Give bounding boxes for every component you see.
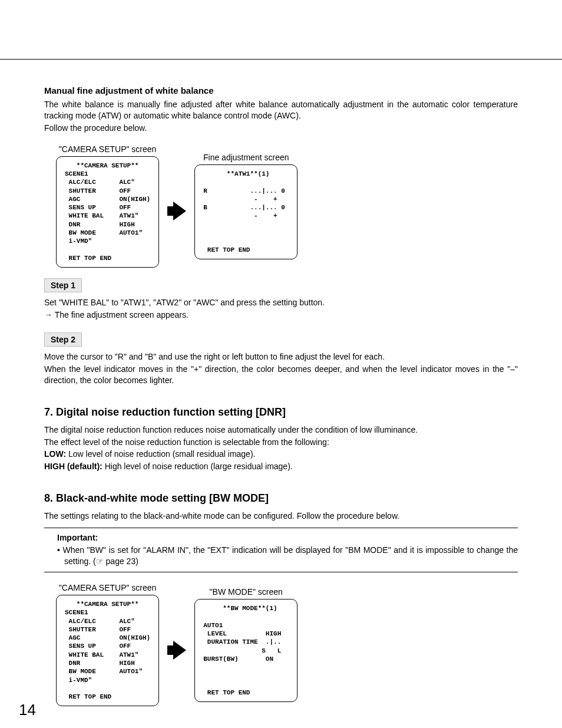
important-item: When "BW" is set for "ALARM IN", the "EX…: [57, 545, 518, 567]
dnr-low: LOW: Low level of noise reduction (small…: [44, 449, 518, 460]
bw-para1: The settings relating to the black-and-w…: [44, 510, 518, 522]
bw-screen2-caption: "BW MODE" screen: [210, 587, 283, 597]
bw-screens-row: "CAMERA SETUP" screen **CAMERA SETUP** S…: [56, 583, 518, 707]
page-number: 14: [19, 701, 36, 719]
wb-screen2: Fine adjustment screen **ATW1**(1) R ...…: [194, 153, 297, 259]
wb-screen2-caption: Fine adjustment screen: [203, 153, 289, 162]
step2-text1: Move the cursor to "R" and "B" and use t…: [44, 351, 518, 363]
arrow-icon: [167, 630, 186, 660]
bw-screen1-osd: **CAMERA SETUP** SCENE1 ALC/ELC ALC" SHU…: [56, 595, 159, 707]
important-label: Important:: [57, 533, 518, 542]
step1-text: Set "WHITE BAL" to "ATW1", "ATW2" or "AW…: [44, 297, 518, 308]
dnr-para2: The effect level of the noise reduction …: [44, 437, 518, 448]
important-box: Important: When "BW" is set for "ALARM I…: [44, 528, 518, 572]
wb-screen1: "CAMERA SETUP" screen **CAMERA SETUP** S…: [56, 144, 159, 268]
wb-para1: The white balance is manually fine adjus…: [44, 99, 518, 121]
wb-para2: Follow the procedure below.: [44, 123, 518, 134]
step2-text2: When the level indicator moves in the "+…: [44, 364, 518, 386]
arrow-icon: [167, 191, 186, 220]
wb-step2: Step 2 Move the cursor to "R" and "B" an…: [44, 332, 518, 386]
bw-screen2: "BW MODE" screen **BW MODE**(1) AUTO1 LE…: [194, 587, 297, 702]
step1-chip: Step 1: [44, 278, 82, 292]
dnr-para1: The digital noise reduction function red…: [44, 424, 518, 436]
wb-screen1-osd: **CAMERA SETUP** SCENE1 ALC/ELC ALC" SHU…: [56, 156, 159, 268]
dnr-high: HIGH (default): High level of noise redu…: [44, 461, 518, 472]
wb-screen2-osd: **ATW1**(1) R ...|... 0 - + B ...|... 0 …: [194, 164, 297, 259]
step2-chip: Step 2: [44, 332, 82, 347]
bw-heading: 8. Black-and-white mode setting [BW MODE…: [44, 492, 518, 505]
step1-result: The fine adjustment screen appears.: [44, 309, 518, 321]
wb-screens-row: "CAMERA SETUP" screen **CAMERA SETUP** S…: [56, 144, 518, 268]
wb-step1: Step 1 Set "WHITE BAL" to "ATW1", "ATW2"…: [44, 278, 518, 321]
wb-screen1-caption: "CAMERA SETUP" screen: [59, 144, 157, 154]
bw-screen2-osd: **BW MODE**(1) AUTO1 LEVEL HIGH DURATION…: [194, 599, 297, 702]
bw-screen1-caption: "CAMERA SETUP" screen: [59, 583, 157, 592]
horizontal-rule: [0, 59, 562, 60]
bw-screen1: "CAMERA SETUP" screen **CAMERA SETUP** S…: [56, 583, 159, 707]
dnr-heading: 7. Digital noise reduction function sett…: [44, 406, 518, 419]
wb-heading: Manual fine adjustment of white balance: [44, 85, 518, 95]
